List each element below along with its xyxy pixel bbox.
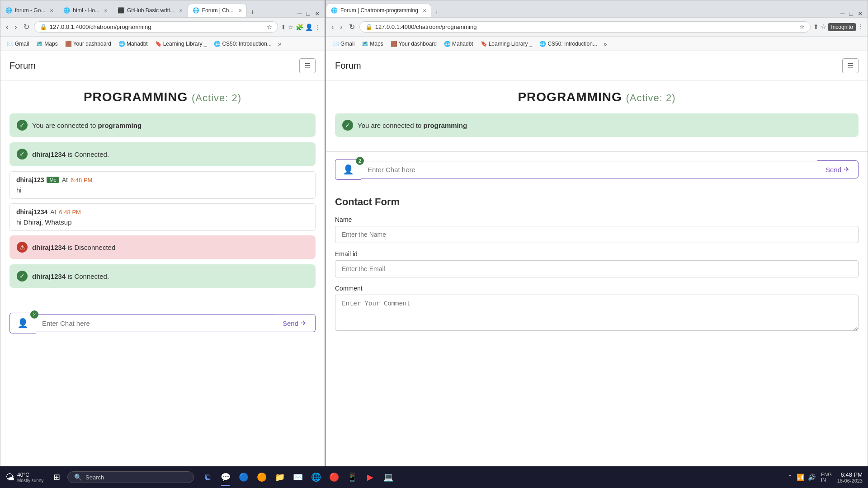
forum-brand: Forum [9,61,36,71]
bookmark-dashboard[interactable]: 🟫 Your dashboard [62,40,114,48]
taskbar-app-youtube[interactable]: ▶ [362,469,378,485]
connected-text: You are connected to programming [32,122,142,129]
star-icon[interactable]: ☆ [267,23,272,30]
tab-html-ho[interactable]: 🌐 html - Ho... ✕ [58,4,113,17]
maximize-button[interactable]: □ [307,10,310,17]
bookmark-gmail[interactable]: ✉️ Gmail [4,40,32,48]
name-input[interactable] [335,226,859,243]
new-tab-button-right[interactable]: + [431,8,443,16]
star-icon-right[interactable]: ☆ [799,23,805,30]
send-button[interactable]: Send ✈ [274,314,316,332]
bookmark-cs50[interactable]: 🌐 CS50: Introduction... [211,40,274,48]
bookmark-mahadbt[interactable]: 🌐 Mahadbt [116,40,151,48]
send-button-right[interactable]: Send ✈ [817,160,859,178]
chat-input[interactable] [36,314,274,332]
extensions-icon[interactable]: 🧩 [296,23,303,31]
bookmark-dashboard-right[interactable]: 🟫 Your dashboard [388,40,439,48]
forward-button[interactable]: › [13,22,19,32]
close-button[interactable]: ✕ [315,10,320,17]
volume-icon[interactable]: 🔊 [808,474,816,481]
reload-button[interactable]: ↻ [22,22,31,32]
taskbar-app-globe[interactable]: 🌐 [308,469,324,485]
tab-label: Forum | Ch... [202,7,234,14]
chat-input-right[interactable] [361,161,817,178]
maximize-button-right[interactable]: □ [849,10,853,17]
bookmark-star-icon-right[interactable]: ☆ [821,23,826,31]
bookmark-maps-right[interactable]: 🗺️ Maps [359,40,386,48]
gmail-icon: ✉️ [332,41,339,47]
comment-textarea[interactable] [335,295,859,331]
forward-button-right[interactable]: › [338,22,344,32]
system-icons: ⌃ 📶 🔊 [788,474,816,481]
taskbar-app-mail[interactable]: ✉️ [290,469,306,485]
share-icon-right[interactable]: ⬆ [813,23,819,31]
taskbar-app-chat[interactable]: 💬 [217,469,234,485]
taskbar-app-browser[interactable]: 🔵 [236,469,252,485]
message-time: 6:48 PM [71,177,92,183]
right-address-bar: ‹ › ↻ 🔒 127.0.0.1:4000/chatroom/programm… [326,18,868,37]
email-input[interactable] [335,260,859,277]
close-button-right[interactable]: ✕ [858,10,863,17]
taskbar-app-red[interactable]: 🔴 [326,469,342,485]
tab-icon: ⬛ [118,7,124,14]
tab-close[interactable]: ✕ [423,8,426,13]
taskbar-app-vscode[interactable]: 💻 [380,469,396,485]
bookmark-cs50-right[interactable]: 🌐 CS50: Introduction... [537,40,599,48]
message-dhiraj1234: dhiraj1234 At 6:48 PM hi Dhiraj, Whatsup [9,203,316,231]
bookmark-label: Gmail [340,41,354,47]
bookmark-mahadbt-right[interactable]: 🌐 Mahadbt [441,40,476,48]
taskbar-app-task-view[interactable]: ⧉ [199,469,216,485]
minimize-button-right[interactable]: ─ [840,10,845,17]
reload-button-right[interactable]: ↻ [347,22,357,32]
back-button-right[interactable]: ‹ [330,22,335,32]
minimize-button[interactable]: ─ [297,10,302,17]
status-user-connected-2: ✓ dhiraj1234 is Connected. [9,264,316,288]
profile-icon[interactable]: 👤 [305,23,313,31]
tab-forum-chat[interactable]: 🌐 Forum | Ch... ✕ [188,4,247,17]
bookmark-label: Mahadbt [127,41,148,47]
disconnected-text: dhiraj1234 is Disconnected [32,244,115,251]
tab-close[interactable]: ✕ [50,8,53,13]
bookmarks-more-button[interactable]: » [278,40,282,47]
incognito-badge: Incognito [828,23,856,31]
hamburger-menu-right[interactable]: ☰ [842,58,859,73]
hamburger-menu[interactable]: ☰ [299,58,316,73]
tab-close[interactable]: ✕ [104,8,108,13]
start-button[interactable]: ⊞ [50,470,64,484]
cs50-icon: 🌐 [539,41,546,47]
back-button[interactable]: ‹ [4,22,10,32]
taskbar-app-orange[interactable]: 🟠 [254,469,270,485]
more-icon[interactable]: ⋮ [315,23,321,31]
bookmark-gmail-right[interactable]: ✉️ Gmail [330,40,357,48]
more-icon-right[interactable]: ⋮ [858,23,864,31]
url-box[interactable]: 🔒 127.0.0.1:4000/chatroom/programming ☆ [34,21,278,33]
at-label: At [62,176,68,183]
check-icon-right: ✓ [342,120,353,131]
chat-room-title-right: PROGRAMMING (Active: 2) [335,90,859,104]
url-box-right[interactable]: 🔒 127.0.0.1:4000/chatroom/programming ☆ [359,21,811,33]
tab-forum-go[interactable]: 🌐 forum - Go... ✕ [0,4,58,17]
bookmarks-more-button-right[interactable]: » [604,40,607,47]
bookmark-learning-right[interactable]: 🔖 Learning Library _ [478,40,535,48]
network-icon[interactable]: 📶 [797,474,804,481]
taskbar-app-whatsapp[interactable]: 📱 [344,469,360,485]
tab-forum-chat-right[interactable]: 🌐 Forum | Chatroom-programming ✕ [326,4,431,17]
bookmark-maps[interactable]: 🗺️ Maps [33,40,60,48]
user-icon-button-right[interactable]: 👤 2 [335,159,361,180]
tab-icon: 🌐 [193,7,199,14]
system-clock[interactable]: 6:48 PM 16-06-2023 [837,471,863,483]
share-icon[interactable]: ⬆ [281,23,286,31]
up-arrow-icon[interactable]: ⌃ [788,474,793,481]
check-icon: ✓ [17,271,28,282]
tab-close[interactable]: ✕ [238,8,242,13]
bookmark-learning-library[interactable]: 🔖 Learning Library _ [152,40,210,48]
taskbar-app-folder[interactable]: 📁 [272,469,288,485]
left-tab-bar: 🌐 forum - Go... ✕ 🌐 html - Ho... ✕ ⬛ Git… [0,0,325,18]
bookmark-star-icon[interactable]: ☆ [288,23,294,31]
taskbar-search[interactable]: 🔍 Search [67,471,194,483]
check-icon: ✓ [17,149,28,160]
tab-github[interactable]: ⬛ GitHub Basic writi... ✕ [113,4,188,17]
new-tab-button[interactable]: + [247,8,258,16]
tab-close[interactable]: ✕ [179,8,183,13]
user-icon-button[interactable]: 👤 2 [9,313,36,333]
